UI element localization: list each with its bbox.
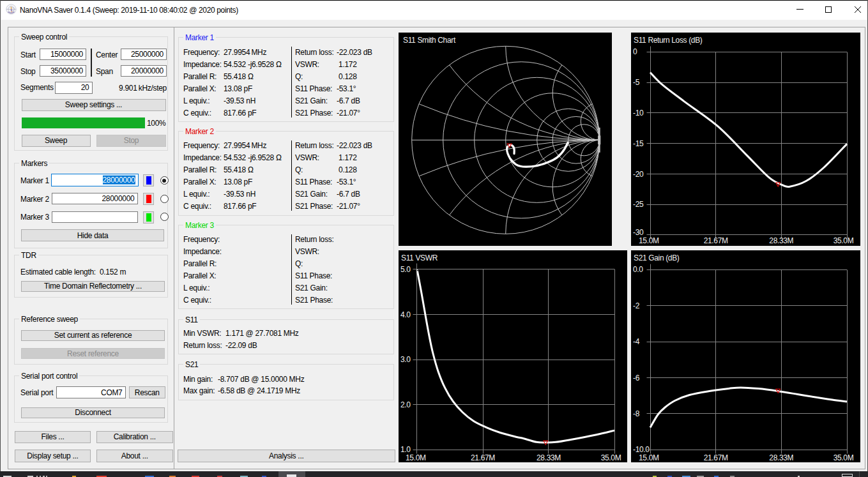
svg-text:-2: -2	[633, 301, 640, 310]
svg-text:28.33M: 28.33M	[769, 453, 793, 462]
svg-text:S21 Gain (dB): S21 Gain (dB)	[634, 254, 680, 262]
svg-text:21.67M: 21.67M	[704, 453, 728, 462]
svg-text:S11 Smith Chart: S11 Smith Chart	[403, 36, 456, 45]
svg-text:-5: -5	[633, 78, 640, 87]
svg-text:-15: -15	[633, 139, 644, 148]
svg-text:15.0M: 15.0M	[406, 453, 426, 462]
svg-text:-10: -10	[633, 109, 644, 117]
svg-text:35.0M: 35.0M	[601, 453, 621, 462]
svg-text:-25: -25	[633, 200, 644, 209]
svg-text:4.0: 4.0	[400, 310, 411, 319]
svg-text:35.0M: 35.0M	[834, 453, 854, 462]
svg-text:2.0: 2.0	[400, 400, 411, 409]
svg-text:-4: -4	[633, 337, 640, 346]
svg-text:S11 Return Loss (dB): S11 Return Loss (dB)	[634, 36, 703, 45]
svg-text:28.33M: 28.33M	[537, 453, 561, 462]
svg-text:28.33M: 28.33M	[769, 236, 793, 245]
svg-text:5.0: 5.0	[400, 265, 411, 274]
svg-text:21.67M: 21.67M	[471, 453, 495, 462]
svg-text:-8: -8	[633, 409, 640, 418]
svg-text:21.67M: 21.67M	[704, 236, 728, 245]
svg-text:15.0M: 15.0M	[639, 236, 659, 245]
svg-text:35.0M: 35.0M	[834, 236, 854, 245]
svg-text:15.0M: 15.0M	[639, 453, 659, 462]
svg-text:3.0: 3.0	[400, 355, 411, 364]
svg-text:0.0: 0.0	[633, 265, 643, 274]
svg-text:0: 0	[633, 47, 637, 56]
svg-text:S11 VSWR: S11 VSWR	[401, 254, 438, 262]
svg-text:-20: -20	[633, 170, 644, 179]
svg-text:-6: -6	[633, 374, 640, 382]
